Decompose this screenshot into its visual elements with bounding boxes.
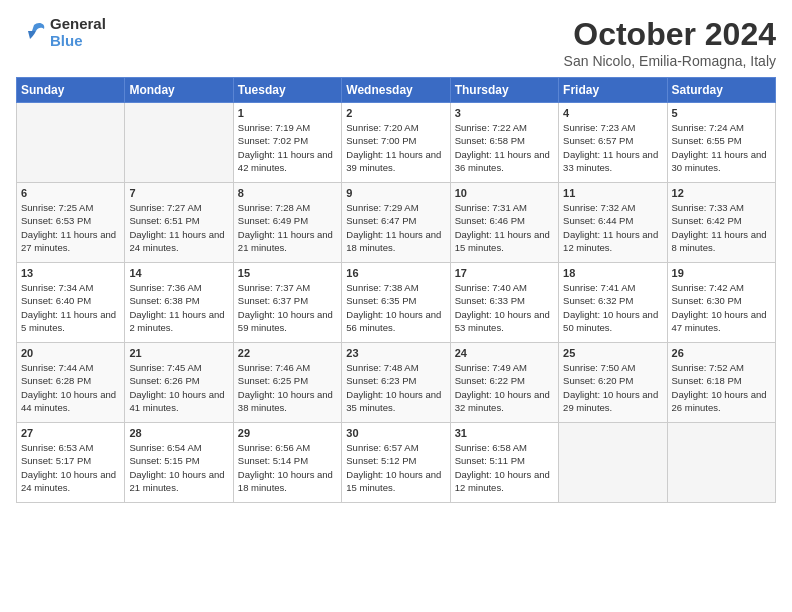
day-number: 22: [238, 347, 337, 359]
day-number: 12: [672, 187, 771, 199]
day-detail: Sunrise: 6:57 AM Sunset: 5:12 PM Dayligh…: [346, 441, 445, 494]
calendar-cell: 17Sunrise: 7:40 AM Sunset: 6:33 PM Dayli…: [450, 263, 558, 343]
day-detail: Sunrise: 7:40 AM Sunset: 6:33 PM Dayligh…: [455, 281, 554, 334]
logo-text-blue: Blue: [50, 33, 106, 50]
calendar-cell: 26Sunrise: 7:52 AM Sunset: 6:18 PM Dayli…: [667, 343, 775, 423]
calendar-cell: 22Sunrise: 7:46 AM Sunset: 6:25 PM Dayli…: [233, 343, 341, 423]
day-header-saturday: Saturday: [667, 78, 775, 103]
day-number: 16: [346, 267, 445, 279]
day-detail: Sunrise: 7:38 AM Sunset: 6:35 PM Dayligh…: [346, 281, 445, 334]
day-detail: Sunrise: 7:37 AM Sunset: 6:37 PM Dayligh…: [238, 281, 337, 334]
calendar-title: October 2024: [564, 16, 776, 53]
day-detail: Sunrise: 7:48 AM Sunset: 6:23 PM Dayligh…: [346, 361, 445, 414]
logo: General Blue: [16, 16, 106, 49]
day-detail: Sunrise: 7:34 AM Sunset: 6:40 PM Dayligh…: [21, 281, 120, 334]
calendar-cell: 28Sunrise: 6:54 AM Sunset: 5:15 PM Dayli…: [125, 423, 233, 503]
title-area: October 2024 San Nicolo, Emilia-Romagna,…: [564, 16, 776, 69]
day-number: 21: [129, 347, 228, 359]
calendar-cell: 25Sunrise: 7:50 AM Sunset: 6:20 PM Dayli…: [559, 343, 667, 423]
calendar-cell: [125, 103, 233, 183]
day-detail: Sunrise: 7:36 AM Sunset: 6:38 PM Dayligh…: [129, 281, 228, 334]
day-number: 3: [455, 107, 554, 119]
day-detail: Sunrise: 7:29 AM Sunset: 6:47 PM Dayligh…: [346, 201, 445, 254]
day-detail: Sunrise: 7:44 AM Sunset: 6:28 PM Dayligh…: [21, 361, 120, 414]
day-detail: Sunrise: 7:42 AM Sunset: 6:30 PM Dayligh…: [672, 281, 771, 334]
day-detail: Sunrise: 7:32 AM Sunset: 6:44 PM Dayligh…: [563, 201, 662, 254]
calendar-cell: 8Sunrise: 7:28 AM Sunset: 6:49 PM Daylig…: [233, 183, 341, 263]
calendar-cell: 7Sunrise: 7:27 AM Sunset: 6:51 PM Daylig…: [125, 183, 233, 263]
calendar-cell: 21Sunrise: 7:45 AM Sunset: 6:26 PM Dayli…: [125, 343, 233, 423]
week-row-5: 27Sunrise: 6:53 AM Sunset: 5:17 PM Dayli…: [17, 423, 776, 503]
day-number: 6: [21, 187, 120, 199]
day-header-monday: Monday: [125, 78, 233, 103]
calendar-cell: 30Sunrise: 6:57 AM Sunset: 5:12 PM Dayli…: [342, 423, 450, 503]
day-header-tuesday: Tuesday: [233, 78, 341, 103]
day-number: 25: [563, 347, 662, 359]
calendar-cell: 5Sunrise: 7:24 AM Sunset: 6:55 PM Daylig…: [667, 103, 775, 183]
day-detail: Sunrise: 7:27 AM Sunset: 6:51 PM Dayligh…: [129, 201, 228, 254]
day-detail: Sunrise: 7:49 AM Sunset: 6:22 PM Dayligh…: [455, 361, 554, 414]
calendar-table: SundayMondayTuesdayWednesdayThursdayFrid…: [16, 77, 776, 503]
day-number: 20: [21, 347, 120, 359]
calendar-cell: 23Sunrise: 7:48 AM Sunset: 6:23 PM Dayli…: [342, 343, 450, 423]
day-number: 23: [346, 347, 445, 359]
day-number: 14: [129, 267, 228, 279]
calendar-cell: 18Sunrise: 7:41 AM Sunset: 6:32 PM Dayli…: [559, 263, 667, 343]
day-detail: Sunrise: 7:52 AM Sunset: 6:18 PM Dayligh…: [672, 361, 771, 414]
day-header-friday: Friday: [559, 78, 667, 103]
calendar-cell: 13Sunrise: 7:34 AM Sunset: 6:40 PM Dayli…: [17, 263, 125, 343]
day-detail: Sunrise: 7:28 AM Sunset: 6:49 PM Dayligh…: [238, 201, 337, 254]
calendar-cell: 4Sunrise: 7:23 AM Sunset: 6:57 PM Daylig…: [559, 103, 667, 183]
day-detail: Sunrise: 7:24 AM Sunset: 6:55 PM Dayligh…: [672, 121, 771, 174]
day-number: 10: [455, 187, 554, 199]
day-number: 27: [21, 427, 120, 439]
day-detail: Sunrise: 7:19 AM Sunset: 7:02 PM Dayligh…: [238, 121, 337, 174]
calendar-cell: 2Sunrise: 7:20 AM Sunset: 7:00 PM Daylig…: [342, 103, 450, 183]
day-header-thursday: Thursday: [450, 78, 558, 103]
day-detail: Sunrise: 6:54 AM Sunset: 5:15 PM Dayligh…: [129, 441, 228, 494]
calendar-cell: 16Sunrise: 7:38 AM Sunset: 6:35 PM Dayli…: [342, 263, 450, 343]
calendar-cell: 31Sunrise: 6:58 AM Sunset: 5:11 PM Dayli…: [450, 423, 558, 503]
day-number: 9: [346, 187, 445, 199]
day-number: 5: [672, 107, 771, 119]
day-detail: Sunrise: 7:20 AM Sunset: 7:00 PM Dayligh…: [346, 121, 445, 174]
day-number: 2: [346, 107, 445, 119]
logo-bird-icon: [16, 17, 48, 49]
day-detail: Sunrise: 7:22 AM Sunset: 6:58 PM Dayligh…: [455, 121, 554, 174]
logo-text-general: General: [50, 16, 106, 33]
calendar-cell: 24Sunrise: 7:49 AM Sunset: 6:22 PM Dayli…: [450, 343, 558, 423]
day-detail: Sunrise: 7:33 AM Sunset: 6:42 PM Dayligh…: [672, 201, 771, 254]
day-number: 15: [238, 267, 337, 279]
day-detail: Sunrise: 6:56 AM Sunset: 5:14 PM Dayligh…: [238, 441, 337, 494]
day-number: 26: [672, 347, 771, 359]
day-number: 8: [238, 187, 337, 199]
calendar-cell: 6Sunrise: 7:25 AM Sunset: 6:53 PM Daylig…: [17, 183, 125, 263]
calendar-cell: 10Sunrise: 7:31 AM Sunset: 6:46 PM Dayli…: [450, 183, 558, 263]
day-detail: Sunrise: 7:23 AM Sunset: 6:57 PM Dayligh…: [563, 121, 662, 174]
day-header-wednesday: Wednesday: [342, 78, 450, 103]
day-number: 24: [455, 347, 554, 359]
calendar-cell: 3Sunrise: 7:22 AM Sunset: 6:58 PM Daylig…: [450, 103, 558, 183]
day-number: 31: [455, 427, 554, 439]
day-detail: Sunrise: 7:41 AM Sunset: 6:32 PM Dayligh…: [563, 281, 662, 334]
calendar-cell: 29Sunrise: 6:56 AM Sunset: 5:14 PM Dayli…: [233, 423, 341, 503]
calendar-cell: 14Sunrise: 7:36 AM Sunset: 6:38 PM Dayli…: [125, 263, 233, 343]
calendar-cell: 19Sunrise: 7:42 AM Sunset: 6:30 PM Dayli…: [667, 263, 775, 343]
day-detail: Sunrise: 7:46 AM Sunset: 6:25 PM Dayligh…: [238, 361, 337, 414]
day-number: 4: [563, 107, 662, 119]
week-row-4: 20Sunrise: 7:44 AM Sunset: 6:28 PM Dayli…: [17, 343, 776, 423]
day-detail: Sunrise: 7:45 AM Sunset: 6:26 PM Dayligh…: [129, 361, 228, 414]
day-number: 13: [21, 267, 120, 279]
day-detail: Sunrise: 6:58 AM Sunset: 5:11 PM Dayligh…: [455, 441, 554, 494]
day-number: 11: [563, 187, 662, 199]
day-detail: Sunrise: 7:50 AM Sunset: 6:20 PM Dayligh…: [563, 361, 662, 414]
page-header: General Blue October 2024 San Nicolo, Em…: [16, 16, 776, 69]
day-detail: Sunrise: 6:53 AM Sunset: 5:17 PM Dayligh…: [21, 441, 120, 494]
day-number: 19: [672, 267, 771, 279]
calendar-cell: 11Sunrise: 7:32 AM Sunset: 6:44 PM Dayli…: [559, 183, 667, 263]
calendar-cell: 12Sunrise: 7:33 AM Sunset: 6:42 PM Dayli…: [667, 183, 775, 263]
calendar-cell: 9Sunrise: 7:29 AM Sunset: 6:47 PM Daylig…: [342, 183, 450, 263]
calendar-cell: [559, 423, 667, 503]
calendar-cell: 15Sunrise: 7:37 AM Sunset: 6:37 PM Dayli…: [233, 263, 341, 343]
week-row-1: 1Sunrise: 7:19 AM Sunset: 7:02 PM Daylig…: [17, 103, 776, 183]
